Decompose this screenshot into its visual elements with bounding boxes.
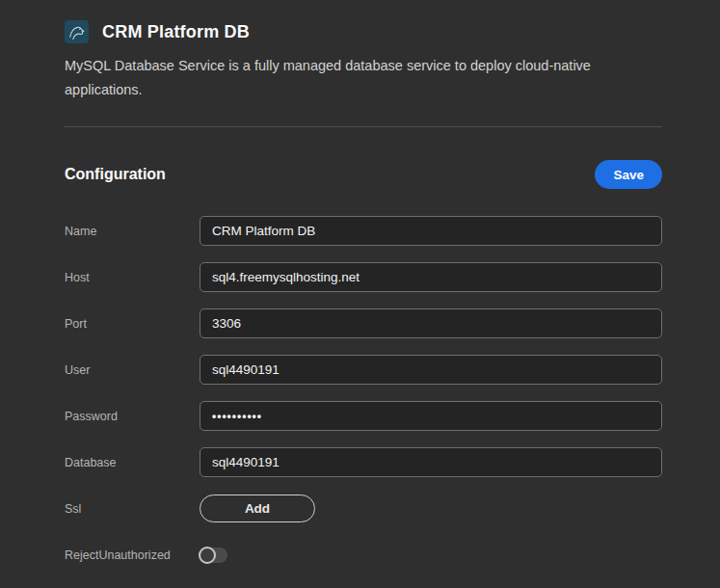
password-label: Password [65, 410, 200, 423]
form-row-port: Port [65, 308, 662, 338]
user-label: User [65, 363, 200, 377]
form-row-name: Name [65, 216, 662, 246]
reject-unauthorized-toggle[interactable] [200, 548, 227, 563]
host-input[interactable] [200, 262, 662, 292]
ssl-label: Ssl [65, 502, 200, 516]
configuration-heading: Configuration [65, 166, 166, 183]
host-label: Host [65, 271, 200, 284]
database-input[interactable] [200, 447, 662, 477]
page-title: CRM Platform DB [102, 22, 250, 42]
form-row-host: Host [65, 262, 662, 292]
port-label: Port [65, 317, 200, 331]
ssl-add-button[interactable]: Add [200, 494, 315, 522]
configuration-header: Configuration Save [65, 160, 662, 189]
resource-description: MySQL Database Service is a fully manage… [65, 54, 624, 102]
name-input[interactable] [200, 216, 662, 246]
section-divider [65, 126, 662, 127]
form-row-reject-unauthorized: RejectUnauthorized [65, 540, 662, 570]
password-input[interactable] [200, 401, 662, 431]
form-row-database: Database [65, 447, 662, 477]
form-row-password: Password [65, 401, 662, 431]
port-input[interactable] [200, 308, 662, 338]
save-button[interactable]: Save [595, 160, 662, 189]
resource-config-panel: CRM Platform DB MySQL Database Service i… [0, 0, 720, 570]
mysql-database-icon [65, 20, 89, 43]
form-row-user: User [65, 355, 662, 385]
database-label: Database [65, 456, 200, 469]
configuration-form: Name Host Port User Password Database Ss… [65, 216, 662, 570]
name-label: Name [65, 225, 200, 238]
toggle-knob-icon [199, 547, 216, 564]
user-input[interactable] [200, 355, 662, 385]
reject-unauthorized-label: RejectUnauthorized [65, 548, 200, 562]
page-header: CRM Platform DB [65, 20, 662, 43]
form-row-ssl: Ssl Add [65, 494, 662, 523]
